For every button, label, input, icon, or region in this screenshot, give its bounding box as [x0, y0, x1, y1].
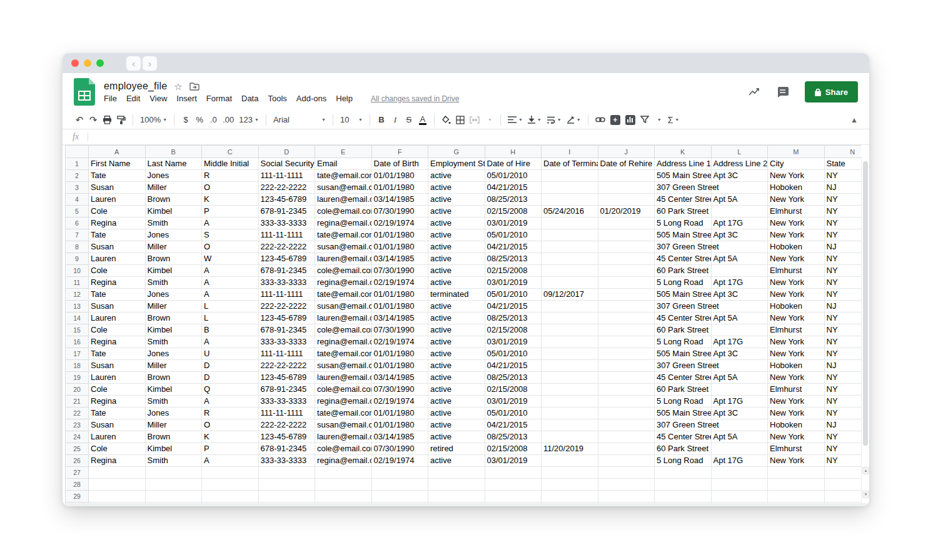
- cell-B4[interactable]: Brown: [145, 194, 202, 206]
- cell-C22[interactable]: R: [202, 408, 259, 419]
- cell-F4[interactable]: 03/14/1985: [371, 194, 428, 206]
- cell-N4[interactable]: NY: [824, 194, 861, 206]
- cell-C29[interactable]: [202, 491, 259, 502]
- cell-B20[interactable]: Kimbel: [145, 384, 202, 396]
- cell-F24[interactable]: 03/14/1985: [371, 431, 428, 443]
- cell-B18[interactable]: Miller: [145, 360, 202, 372]
- fill-color-button[interactable]: [439, 112, 453, 128]
- cell-E4[interactable]: lauren@email.com: [315, 194, 372, 206]
- scroll-up-button[interactable]: ▲: [862, 467, 869, 474]
- cell-B21[interactable]: Smith: [145, 396, 202, 408]
- cell-A17[interactable]: Tate: [89, 348, 146, 360]
- cell-A27[interactable]: [89, 467, 146, 479]
- cell-F11[interactable]: 02/19/1974: [371, 277, 428, 289]
- column-header-M[interactable]: M: [768, 146, 825, 158]
- cell-I28[interactable]: [542, 479, 598, 491]
- cell-I10[interactable]: [542, 265, 598, 277]
- cell-K15[interactable]: 60 Park Street: [655, 324, 712, 336]
- cell-E18[interactable]: susan@email.com: [315, 360, 372, 372]
- cell-N21[interactable]: NY: [824, 396, 861, 408]
- cell-D1[interactable]: Social Security Number: [258, 158, 315, 170]
- cell-D27[interactable]: [258, 467, 315, 479]
- cell-I26[interactable]: [542, 455, 598, 467]
- cell-I20[interactable]: [542, 384, 598, 396]
- cell-H11[interactable]: 03/01/2019: [485, 277, 542, 289]
- cell-E9[interactable]: lauren@email.com: [315, 253, 372, 265]
- cell-A24[interactable]: Lauren: [89, 431, 146, 443]
- menu-add-ons[interactable]: Add-ons: [296, 94, 326, 103]
- cell-D13[interactable]: 222-22-2222: [258, 301, 315, 312]
- cell-I5[interactable]: 05/24/2016: [542, 206, 598, 218]
- cell-L18[interactable]: [711, 360, 768, 372]
- column-header-G[interactable]: G: [428, 146, 485, 158]
- cell-A8[interactable]: Susan: [89, 241, 146, 253]
- cell-K8[interactable]: 307 Green Street: [655, 241, 712, 253]
- cell-N25[interactable]: NY: [824, 443, 861, 455]
- cell-G5[interactable]: active: [428, 206, 485, 218]
- cell-D9[interactable]: 123-45-6789: [258, 253, 315, 265]
- cell-J28[interactable]: [598, 479, 655, 491]
- cell-L17[interactable]: Apt 3C: [711, 348, 768, 360]
- cell-F8[interactable]: 01/01/1980: [371, 241, 428, 253]
- cell-L5[interactable]: [711, 206, 768, 218]
- cell-L12[interactable]: Apt 3C: [711, 289, 768, 301]
- strikethrough-button[interactable]: S: [402, 112, 416, 128]
- cell-I24[interactable]: [542, 431, 598, 443]
- cell-G26[interactable]: active: [428, 455, 485, 467]
- cell-N9[interactable]: NY: [824, 253, 861, 265]
- cell-B12[interactable]: Jones: [145, 289, 202, 301]
- cell-M20[interactable]: Elmhurst: [768, 384, 825, 396]
- cell-D8[interactable]: 222-22-2222: [258, 241, 315, 253]
- cell-N11[interactable]: NY: [824, 277, 861, 289]
- cell-F16[interactable]: 02/19/1974: [371, 336, 428, 348]
- text-wrap-button[interactable]: ▼: [544, 112, 564, 128]
- menu-tools[interactable]: Tools: [268, 94, 286, 103]
- more-formats-button[interactable]: 123▼: [236, 112, 261, 128]
- share-button[interactable]: Share: [805, 81, 858, 102]
- cell-A18[interactable]: Susan: [89, 360, 146, 372]
- cell-K18[interactable]: 307 Green Street: [655, 360, 712, 372]
- cell-J15[interactable]: [598, 324, 655, 336]
- cell-B28[interactable]: [145, 479, 202, 491]
- cell-C3[interactable]: O: [202, 182, 259, 194]
- cell-H24[interactable]: 08/25/2013: [485, 431, 542, 443]
- close-window-button[interactable]: [71, 59, 79, 67]
- cell-F26[interactable]: 02/19/1974: [371, 455, 428, 467]
- cell-K1[interactable]: Address Line 1: [655, 158, 712, 170]
- cell-H14[interactable]: 08/25/2013: [485, 312, 542, 324]
- cell-A10[interactable]: Cole: [89, 265, 146, 277]
- cell-G10[interactable]: active: [428, 265, 485, 277]
- cell-J22[interactable]: [598, 408, 655, 419]
- cell-H6[interactable]: 03/01/2019: [485, 218, 542, 229]
- cell-F9[interactable]: 03/14/1985: [371, 253, 428, 265]
- cell-K19[interactable]: 45 Center Street: [655, 372, 712, 384]
- row-header-22[interactable]: 22: [66, 408, 89, 419]
- cell-F12[interactable]: 01/01/1980: [371, 289, 428, 301]
- cell-H12[interactable]: 05/01/2010: [485, 289, 542, 301]
- cell-M2[interactable]: New York: [768, 170, 825, 182]
- cell-K9[interactable]: 45 Center Street: [655, 253, 712, 265]
- text-color-button[interactable]: A: [416, 112, 430, 128]
- cell-L21[interactable]: Apt 17G: [711, 396, 768, 408]
- cell-K17[interactable]: 505 Main Street: [655, 348, 712, 360]
- row-header-24[interactable]: 24: [66, 431, 89, 443]
- cell-F5[interactable]: 07/30/1990: [371, 206, 428, 218]
- cell-G9[interactable]: active: [428, 253, 485, 265]
- cell-N12[interactable]: NY: [824, 289, 861, 301]
- cell-B25[interactable]: Kimbel: [145, 443, 202, 455]
- cell-J7[interactable]: [598, 229, 655, 241]
- cell-G19[interactable]: active: [428, 372, 485, 384]
- cell-G1[interactable]: Employment Status: [428, 158, 485, 170]
- cell-C20[interactable]: Q: [202, 384, 259, 396]
- menu-help[interactable]: Help: [336, 94, 353, 103]
- cell-J6[interactable]: [598, 218, 655, 229]
- vertical-align-button[interactable]: ▼: [525, 112, 544, 128]
- cell-L19[interactable]: Apt 5A: [711, 372, 768, 384]
- cell-K11[interactable]: 5 Long Road: [655, 277, 712, 289]
- cell-D29[interactable]: [258, 491, 315, 502]
- cell-D2[interactable]: 111-11-1111: [258, 170, 315, 182]
- cell-N26[interactable]: NY: [824, 455, 861, 467]
- cell-A5[interactable]: Cole: [89, 206, 146, 218]
- cell-G20[interactable]: active: [428, 384, 485, 396]
- column-header-I[interactable]: I: [542, 146, 598, 158]
